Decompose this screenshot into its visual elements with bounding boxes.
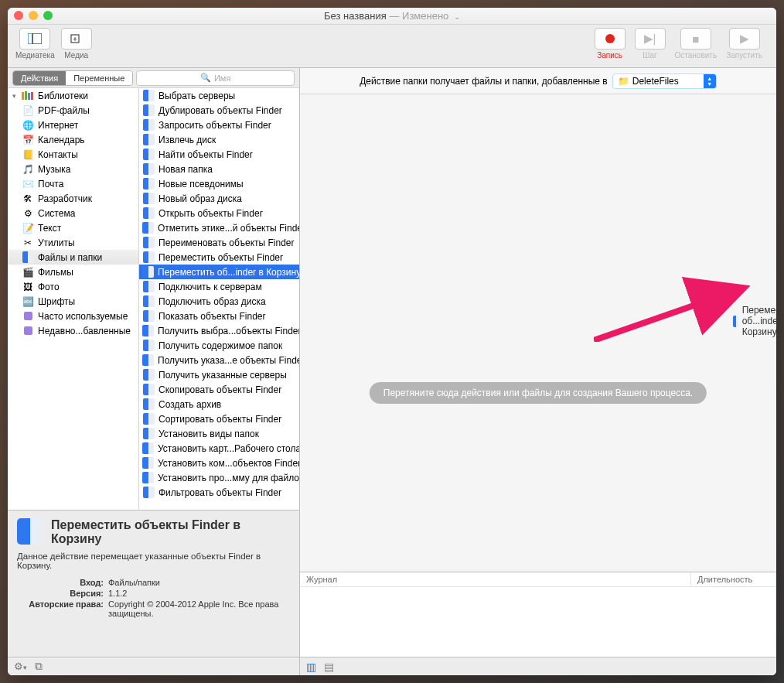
category-item[interactable]: ⚙Система: [8, 206, 138, 220]
workflow-header: Действие папки получает файлы и папки, д…: [300, 68, 776, 94]
view-flow-icon[interactable]: ▥: [306, 661, 316, 673]
action-item[interactable]: Получить указанные серверы: [139, 367, 299, 382]
action-item[interactable]: Новые псевдонимы: [139, 176, 299, 191]
category-item[interactable]: ✂Утилиты: [8, 235, 138, 250]
mediateka-button[interactable]: [19, 28, 50, 50]
finder-icon: [17, 518, 43, 545]
library-footer: ⚙▾ ⧉: [8, 657, 299, 675]
library-tabs: Действия Переменные: [12, 70, 133, 86]
stop-button[interactable]: ■: [680, 28, 711, 50]
record-button[interactable]: [595, 28, 625, 50]
log-pane: Журнал Длительность: [300, 572, 776, 657]
action-item[interactable]: Запросить объекты Finder: [139, 118, 299, 132]
action-item[interactable]: Сортировать объекты Finder: [139, 412, 299, 426]
view-list-icon[interactable]: ▤: [324, 661, 334, 673]
close-button[interactable]: [14, 11, 23, 20]
action-item[interactable]: Переименовать объекты Finder: [139, 235, 299, 250]
expand-icon[interactable]: ⧉: [35, 660, 43, 673]
search-icon: 🔍: [200, 73, 211, 83]
tab-actions[interactable]: Действия: [13, 71, 66, 85]
category-item[interactable]: 🔤Шрифты: [8, 294, 138, 309]
title-chevron-icon[interactable]: ⌄: [454, 12, 460, 21]
category-item[interactable]: Файлы и папки: [8, 250, 138, 265]
detail-title: Переместить объекты Finder в Корзину: [51, 518, 290, 547]
window-title: Без названия — Изменено ⌄: [324, 10, 460, 22]
category-item[interactable]: 🛠Разработчик: [8, 191, 138, 206]
action-item[interactable]: Установить карт...Рабочего стола: [139, 441, 299, 456]
category-item[interactable]: ✉️Почта: [8, 176, 138, 191]
action-item[interactable]: Установить виды папок: [139, 426, 299, 441]
media-label: Медиа: [64, 51, 88, 60]
search-input[interactable]: 🔍 Имя: [136, 70, 295, 86]
action-item[interactable]: Показать объекты Finder: [139, 309, 299, 323]
action-item[interactable]: Новая папка: [139, 162, 299, 176]
toolbar: Медиатека Медиа Запись ▶| Шаг ■ Останови…: [8, 25, 776, 68]
folder-select[interactable]: 📁DeleteFiles ▲▼: [612, 73, 717, 89]
run-label: Запустить: [726, 51, 762, 60]
step-button[interactable]: ▶|: [635, 28, 666, 50]
action-item[interactable]: Переместить объекты Finder: [139, 250, 299, 265]
titlebar: Без названия — Изменено ⌄: [8, 8, 776, 25]
svg-rect-5: [28, 93, 30, 100]
action-item[interactable]: Открыть объекты Finder: [139, 206, 299, 220]
svg-rect-3: [22, 92, 24, 100]
finder-icon: [733, 316, 738, 327]
automator-window: Без названия — Изменено ⌄ Медиатека Меди…: [8, 8, 776, 675]
category-item[interactable]: 📅Календарь: [8, 132, 138, 147]
actions-list[interactable]: Выбрать серверыДублировать объекты Finde…: [139, 88, 299, 510]
action-item[interactable]: Дублировать объекты Finder: [139, 103, 299, 118]
maximize-button[interactable]: [43, 11, 53, 20]
action-item[interactable]: Фильтровать объекты Finder: [139, 485, 299, 500]
action-item[interactable]: Установить ком...объектов Finder: [139, 456, 299, 470]
library-categories[interactable]: ▾Библиотеки📄PDF-файлы🌐Интернет📅Календарь…: [8, 88, 139, 510]
action-item[interactable]: Подключить к серверам: [139, 279, 299, 294]
category-item[interactable]: 🎵Музыка: [8, 162, 138, 176]
category-item[interactable]: 📝Текст: [8, 220, 138, 235]
action-detail-pane: Переместить объекты Finder в Корзину Дан…: [8, 510, 299, 657]
log-col-duration[interactable]: Длительность: [691, 572, 776, 586]
workflow-canvas[interactable]: Переместить об...inder в Корзину Перетян…: [300, 94, 776, 572]
action-item[interactable]: Найти объекты Finder: [139, 147, 299, 162]
category-item[interactable]: 🌐Интернет: [8, 118, 138, 132]
category-item[interactable]: 📒Контакты: [8, 147, 138, 162]
category-item[interactable]: 🎬Фильмы: [8, 265, 138, 279]
category-item[interactable]: 📄PDF-файлы: [8, 103, 138, 118]
action-item[interactable]: Установить про...мму для файлов: [139, 470, 299, 485]
folder-icon: 📁: [618, 76, 629, 87]
action-item[interactable]: Отметить этике...й объекты Finder: [139, 220, 299, 235]
action-item[interactable]: Получить выбра...объекты Finder: [139, 323, 299, 338]
category-item[interactable]: 🖼Фото: [8, 279, 138, 294]
workflow-pane: Действие папки получает файлы и папки, д…: [300, 68, 776, 675]
smart-group-item[interactable]: Часто используемые: [8, 309, 138, 323]
action-item[interactable]: Подключить образ диска: [139, 294, 299, 309]
drop-hint: Перетяните сюда действия или файлы для с…: [370, 382, 707, 404]
svg-line-7: [594, 288, 745, 340]
log-col-journal[interactable]: Журнал: [300, 572, 691, 586]
workflow-header-text: Действие папки получает файлы и папки, д…: [360, 76, 608, 87]
svg-rect-6: [31, 92, 33, 100]
run-button[interactable]: ▶: [729, 28, 760, 50]
action-item[interactable]: Новый образ диска: [139, 191, 299, 206]
gear-icon[interactable]: ⚙▾: [14, 661, 27, 672]
action-item[interactable]: Скопировать объекты Finder: [139, 382, 299, 397]
minimize-button[interactable]: [29, 11, 38, 20]
step-label: Шаг: [643, 51, 656, 60]
action-item[interactable]: Выбрать серверы: [139, 88, 299, 103]
action-item[interactable]: Переместить об...inder в Корзину: [139, 265, 299, 279]
media-button[interactable]: [61, 28, 92, 50]
detail-row: Авторские права:Copyright © 2004-2012 Ap…: [17, 599, 290, 618]
media-icon: [70, 33, 83, 44]
action-item[interactable]: Извлечь диск: [139, 132, 299, 147]
workflow-footer: ▥ ▤: [300, 657, 776, 675]
record-label: Запись: [597, 51, 622, 60]
library-header[interactable]: ▾Библиотеки: [8, 88, 138, 103]
layout-icon: [28, 33, 42, 44]
action-item[interactable]: Получить содержимое папок: [139, 338, 299, 353]
dragged-action[interactable]: Переместить об...inder в Корзину: [733, 305, 776, 337]
detail-row: Вход:Файлы/папки: [17, 578, 290, 587]
smart-group-item[interactable]: Недавно...бавленные: [8, 323, 138, 338]
tab-variables[interactable]: Переменные: [66, 71, 132, 85]
action-item[interactable]: Создать архив: [139, 397, 299, 412]
stepper-icon: ▲▼: [704, 73, 716, 89]
action-item[interactable]: Получить указа...е объекты Finder: [139, 353, 299, 367]
